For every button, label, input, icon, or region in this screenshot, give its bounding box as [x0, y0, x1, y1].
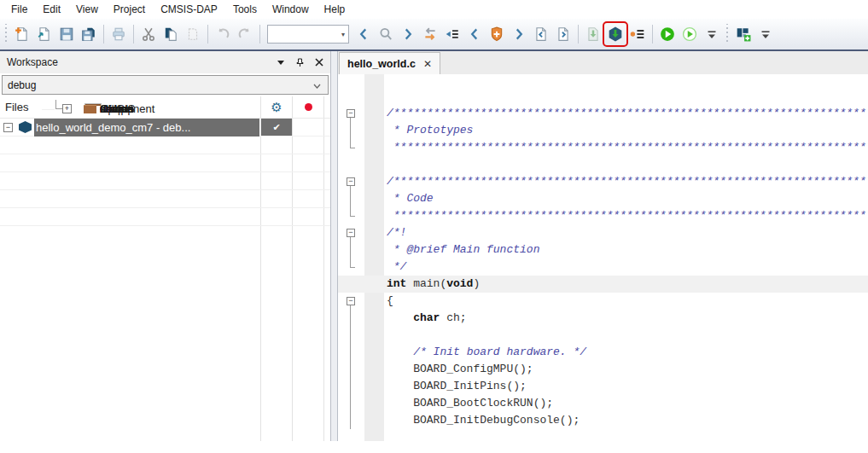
panel-splitter[interactable] — [331, 51, 338, 441]
navigate-back-forward-button[interactable] — [420, 24, 440, 44]
save-all-button[interactable] — [79, 24, 99, 44]
toolbar-overflow-button[interactable] — [702, 24, 722, 44]
code-line[interactable]: ****************************************… — [338, 139, 868, 156]
tab-close-icon[interactable]: ✕ — [423, 58, 432, 70]
print-button[interactable] — [108, 24, 129, 44]
next-bookmark-button[interactable] — [509, 24, 529, 44]
fold-collapse-icon[interactable]: − — [347, 109, 355, 118]
breakpoint-list-icon — [630, 26, 645, 42]
paste-button[interactable] — [183, 24, 203, 44]
code-line[interactable]: −/**************************************… — [338, 105, 868, 122]
open-file-button[interactable] — [34, 24, 55, 44]
menu-item-file[interactable]: File — [3, 2, 35, 17]
menu-item-project[interactable]: Project — [106, 2, 153, 17]
toggle-bookmark-button[interactable] — [486, 24, 507, 44]
toolbar-separator — [207, 25, 208, 44]
build-config-selector[interactable]: debug — [2, 75, 329, 95]
code-line[interactable] — [338, 156, 868, 173]
download-to-target-button[interactable] — [605, 24, 626, 44]
code-line[interactable]: −/*! — [338, 224, 868, 241]
start-debugging-button[interactable] — [657, 24, 678, 44]
tree-empty-row — [0, 208, 330, 226]
page-right-icon — [556, 26, 571, 42]
code-line[interactable]: */ — [338, 258, 868, 276]
code-line[interactable]: * Code — [338, 190, 868, 207]
tab-hello-world-c[interactable]: hello_world.c ✕ — [339, 52, 440, 74]
build-overflow-button[interactable] — [755, 24, 776, 44]
previous-file-button[interactable] — [531, 24, 551, 44]
tree-empty-row — [0, 136, 330, 154]
copy-button[interactable] — [160, 24, 181, 44]
code-line[interactable]: BOARD_InitPins(); — [338, 378, 868, 395]
start-without-debugging-button[interactable] — [679, 24, 700, 44]
expand-icon[interactable]: + — [62, 104, 72, 113]
redo-button[interactable] — [235, 24, 255, 44]
toolbar-separator — [652, 25, 653, 44]
cut-button[interactable] — [138, 24, 159, 44]
gear-icon[interactable]: ⚙ — [261, 96, 292, 118]
find-button[interactable] — [376, 24, 396, 44]
code-line[interactable]: * @brief Main function — [338, 241, 868, 258]
toolbar-grip[interactable] — [725, 24, 731, 44]
build-project-button[interactable] — [733, 24, 754, 44]
menu-item-edit[interactable]: Edit — [35, 2, 68, 17]
panel-dropdown-icon[interactable] — [277, 59, 285, 66]
tab-label: hello_world.c — [347, 58, 416, 70]
tree-row-output[interactable]: +Output — [42, 100, 55, 110]
breakpoints-list-button[interactable] — [627, 24, 648, 44]
code-area[interactable]: −/**************************************… — [338, 74, 868, 441]
code-line[interactable]: −{ — [338, 293, 868, 310]
toolbar-separator — [133, 25, 134, 44]
previous-bookmark-button[interactable] — [464, 24, 485, 44]
save-button[interactable] — [56, 24, 77, 44]
toolbar-grip[interactable] — [3, 24, 9, 44]
swap-arrows-icon — [422, 26, 438, 42]
menu-item-window[interactable]: Window — [265, 2, 317, 17]
menu-item-tools[interactable]: Tools — [225, 2, 265, 17]
find-previous-button[interactable] — [353, 24, 374, 44]
collapse-icon[interactable]: − — [3, 123, 13, 132]
code-line[interactable]: −/**************************************… — [338, 173, 868, 190]
code-line[interactable] — [338, 327, 868, 344]
tree-connector — [55, 100, 56, 101]
menu-item-help[interactable]: Help — [317, 2, 353, 17]
close-icon[interactable] — [315, 58, 323, 67]
save-icon — [59, 26, 74, 42]
fold-collapse-icon[interactable]: − — [347, 297, 355, 305]
menu-item-cmsis-dap[interactable]: CMSIS-DAP — [153, 2, 225, 17]
page-download-icon — [585, 26, 601, 42]
toolbar-separator — [103, 25, 104, 44]
code-text: * Code — [387, 190, 434, 207]
menu-item-view[interactable]: View — [68, 2, 106, 17]
new-file-icon — [15, 26, 30, 42]
tree-row-hello-world-demo-cm7-deb[interactable]: −hello_world_demo_cm7 - deb...✔ — [0, 119, 330, 136]
editor-tab-bar: hello_world.c ✕ — [338, 51, 868, 74]
tree-row-label: hello_world_demo_cm7 - deb... — [34, 119, 259, 136]
chevron-left-icon — [467, 26, 482, 42]
next-file-button[interactable] — [553, 24, 574, 44]
find-next-button[interactable] — [398, 24, 418, 44]
code-line[interactable]: BOARD_ConfigMPU(); — [338, 361, 868, 378]
code-line[interactable]: BOARD_BootClockRUN(); — [338, 395, 868, 412]
code-text: /*! — [387, 224, 406, 241]
magnifier-icon — [378, 26, 393, 42]
code-line[interactable]: * Prototypes — [338, 122, 868, 139]
find-combo[interactable]: ▾ — [267, 25, 349, 44]
code-line[interactable]: BOARD_InitDebugConsole(); — [338, 412, 868, 429]
main-toolbar: ▾ — [0, 19, 868, 51]
build-config-value: debug — [8, 79, 36, 91]
code-line[interactable]: int main(void) — [338, 276, 868, 293]
download-file-button[interactable] — [583, 24, 603, 44]
pin-icon[interactable] — [295, 58, 305, 67]
fold-collapse-icon[interactable]: − — [347, 177, 355, 186]
code-line[interactable]: ****************************************… — [338, 207, 868, 224]
undo-button[interactable] — [213, 24, 233, 44]
code-line[interactable]: /* Init board hardware. */ — [338, 344, 868, 361]
code-line[interactable]: char ch; — [338, 310, 868, 327]
play-light-icon — [682, 26, 697, 42]
chevron-down-icon: ▾ — [341, 31, 345, 38]
new-file-button[interactable] — [12, 24, 32, 44]
fold-collapse-icon[interactable]: − — [347, 229, 355, 237]
goto-symbol-button[interactable] — [442, 24, 463, 44]
build-icon — [736, 26, 751, 42]
